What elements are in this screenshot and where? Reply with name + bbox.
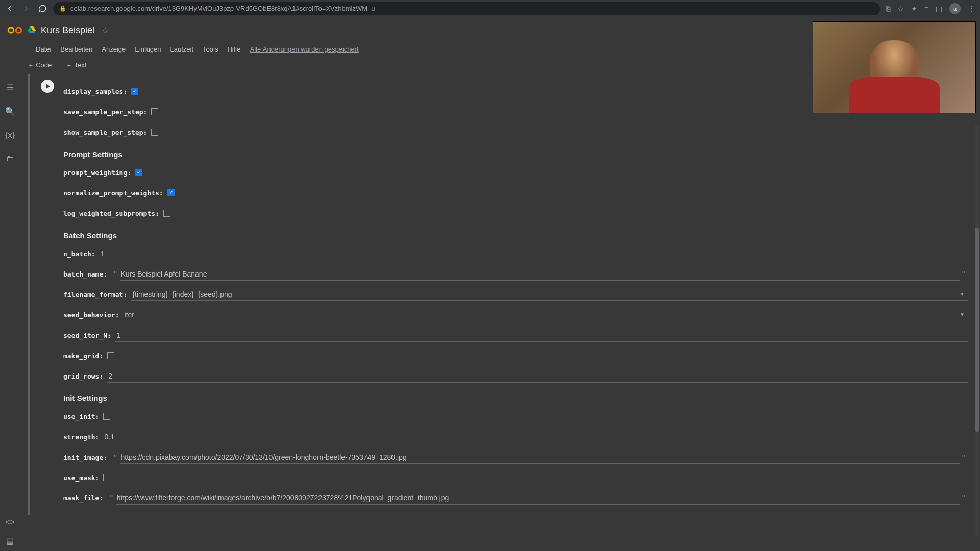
- add-code-button[interactable]: + Code: [24, 59, 56, 71]
- normalize-prompt-weights-label: normalize_prompt_weights:: [63, 189, 163, 197]
- install-icon[interactable]: ⎘: [886, 5, 890, 13]
- left-sidebar: ☰ 🔍 {x} 🗀 <> ▤: [0, 74, 20, 551]
- mask-file-input[interactable]: [116, 492, 960, 505]
- normalize-prompt-weights-checkbox[interactable]: [167, 189, 175, 196]
- n-batch-label: n_batch:: [63, 250, 95, 258]
- strength-input[interactable]: [103, 431, 968, 443]
- menu-tools[interactable]: Tools: [203, 45, 218, 53]
- browser-chrome-bar: 🔒 colab.research.google.com/drive/13G9KH…: [0, 0, 980, 17]
- reload-icon[interactable]: [38, 4, 47, 13]
- panel-icon[interactable]: ◫: [936, 5, 942, 13]
- search-icon[interactable]: 🔍: [5, 107, 15, 116]
- seed-behavior-label: seed_behavior:: [63, 311, 119, 319]
- prompt-settings-heading: Prompt Settings: [63, 150, 968, 159]
- filename-format-label: filename_format:: [63, 291, 127, 298]
- use-init-checkbox[interactable]: [103, 413, 110, 420]
- use-mask-checkbox[interactable]: [103, 474, 110, 481]
- svg-point-2: [16, 28, 21, 33]
- terminal-icon[interactable]: ▤: [5, 536, 15, 546]
- add-text-button[interactable]: + Text: [63, 59, 90, 71]
- close-quote: ": [962, 494, 966, 502]
- prompt-weighting-label: prompt_weighting:: [63, 169, 131, 177]
- chevron-down-icon[interactable]: ▼: [957, 291, 968, 297]
- init-image-label: init_image:: [63, 454, 107, 461]
- url-bar[interactable]: 🔒 colab.research.google.com/drive/13G9KH…: [53, 2, 880, 15]
- show-sample-per-step-label: show_sample_per_step:: [63, 129, 147, 136]
- save-sample-per-step-checkbox[interactable]: [151, 108, 158, 115]
- n-batch-input[interactable]: [100, 247, 968, 260]
- plus-icon: +: [29, 61, 33, 69]
- browser-menu-icon[interactable]: ⋮: [968, 5, 975, 13]
- plus-icon: +: [67, 61, 71, 69]
- log-weighted-subprompts-checkbox[interactable]: [163, 210, 170, 217]
- init-image-input[interactable]: [120, 451, 960, 464]
- colab-logo-icon[interactable]: [7, 24, 22, 36]
- menu-bearbeiten[interactable]: Bearbeiten: [60, 45, 92, 53]
- display-samples-label: display_samples:: [63, 88, 127, 95]
- chevron-down-icon[interactable]: ▼: [957, 312, 968, 317]
- grid-rows-input[interactable]: [107, 370, 968, 383]
- display-samples-checkbox[interactable]: [131, 88, 138, 95]
- menu-datei[interactable]: Datei: [36, 45, 51, 53]
- strength-label: strength:: [63, 433, 99, 441]
- forward-icon[interactable]: [21, 4, 31, 13]
- saved-status[interactable]: Alle Änderungen wurden gespeichert: [250, 45, 358, 53]
- document-title[interactable]: Kurs Beispiel: [41, 25, 94, 36]
- log-weighted-subprompts-label: log_weighted_subprompts:: [63, 210, 159, 217]
- notebook-content[interactable]: ⌃ ⋮ display_samples: save_sample_per_ste…: [20, 74, 980, 551]
- make-grid-checkbox[interactable]: [107, 352, 114, 359]
- menu-anzeige[interactable]: Anzeige: [102, 45, 126, 53]
- webcam-overlay: [813, 21, 976, 113]
- batch-name-label: batch_name:: [63, 270, 107, 278]
- seed-iter-n-label: seed_iter_N:: [63, 332, 111, 339]
- url-text: colab.research.google.com/drive/13G9KHyM…: [70, 5, 375, 12]
- profile-avatar[interactable]: a: [949, 3, 961, 14]
- save-sample-per-step-label: save_sample_per_step:: [63, 108, 147, 116]
- open-quote: ": [109, 494, 113, 502]
- batch-settings-heading: Batch Settings: [63, 231, 968, 240]
- files-icon[interactable]: 🗀: [5, 154, 15, 163]
- toc-icon[interactable]: ☰: [5, 83, 15, 92]
- variables-icon[interactable]: {x}: [5, 131, 15, 140]
- open-quote: ": [113, 453, 117, 461]
- open-quote: ": [113, 270, 117, 278]
- star-icon[interactable]: ☆: [102, 26, 109, 35]
- drive-icon: [28, 26, 36, 35]
- close-quote: ": [962, 270, 966, 278]
- show-sample-per-step-checkbox[interactable]: [151, 129, 158, 136]
- use-mask-label: use_mask:: [63, 474, 99, 482]
- prompt-weighting-checkbox[interactable]: [135, 169, 142, 176]
- code-snippets-icon[interactable]: <>: [5, 518, 15, 527]
- back-icon[interactable]: [5, 4, 14, 13]
- make-grid-label: make_grid:: [63, 352, 103, 360]
- batch-name-input[interactable]: [120, 268, 960, 281]
- grid-rows-label: grid_rows:: [63, 372, 103, 380]
- filename-format-select[interactable]: [131, 288, 957, 300]
- seed-behavior-select[interactable]: [124, 309, 957, 321]
- reading-list-icon[interactable]: ≡: [924, 5, 928, 13]
- menu-laufzeit[interactable]: Laufzeit: [170, 45, 194, 53]
- menu-einfuegen[interactable]: Einfügen: [135, 45, 161, 53]
- use-init-label: use_init:: [63, 413, 99, 420]
- mask-file-label: mask_file:: [63, 494, 103, 502]
- menu-hilfe[interactable]: Hilfe: [227, 45, 240, 53]
- star-bookmark-icon[interactable]: ☆: [897, 5, 904, 13]
- init-settings-heading: Init Settings: [63, 394, 968, 403]
- extensions-icon[interactable]: ✦: [911, 5, 917, 13]
- close-quote: ": [962, 453, 966, 461]
- form-cell: display_samples: save_sample_per_step: s…: [28, 74, 980, 515]
- seed-iter-n-input[interactable]: [115, 329, 968, 342]
- lock-icon: 🔒: [59, 5, 66, 12]
- run-button[interactable]: [41, 80, 54, 93]
